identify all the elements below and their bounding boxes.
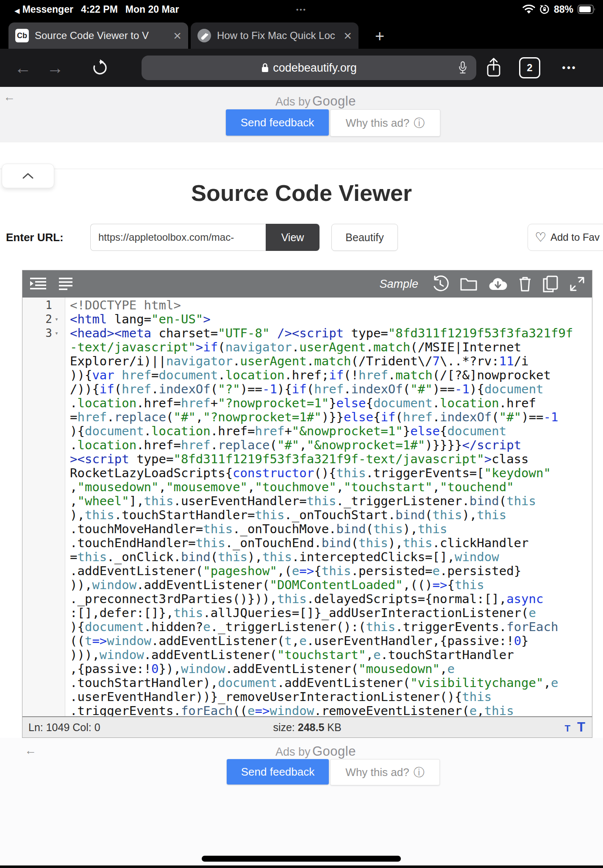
add-to-fav-button[interactable]: ♡ Add to Fav [528,224,603,251]
editor-status-bar: Ln: 1049 Col: 0 size: 248.5 KB T T [22,716,592,737]
lock-icon [261,62,269,73]
share-button[interactable] [480,49,507,87]
info-icon: ⓘ [414,765,425,780]
code-area[interactable]: 1<!DOCTYPE html>2▾<html lang="en-US">3▾<… [22,298,592,717]
url-input[interactable]: https://appletoolbox.com/mac- [90,224,266,251]
open-file-icon[interactable] [460,276,478,292]
code-row[interactable]: ){document.location.href=href+"&nowprock… [22,424,592,438]
wifi-icon [522,5,535,14]
code-row[interactable]: .location.href=href.replace("#","&nowpro… [22,438,592,452]
screen: ◀ Messenger 4:22 PM Mon 20 Mar ••• [0,0,603,868]
back-button[interactable]: ← [10,49,36,87]
code-row[interactable]: )){var href=document.location.href;if(!h… [22,368,592,382]
code-row[interactable]: .touchStartHandler),document.addEventLis… [22,676,592,690]
beautify-button[interactable]: Beautify [331,224,398,251]
send-feedback-button[interactable]: Send feedback [227,759,329,785]
fullscreen-icon[interactable] [569,276,585,292]
code-row[interactable]: .addEventListener("pageshow",(e=>{this.p… [22,564,592,578]
fold-arrow-icon[interactable]: ▾ [55,312,58,326]
browser-toolbar: ← → codebeautify.org [0,49,603,87]
rotation-lock-icon [539,4,550,14]
wrench-favicon [197,29,211,42]
microphone-icon[interactable] [458,61,468,75]
tab-how-to-fix-mac[interactable]: How to Fix Mac Quick Loc × [191,22,358,49]
multitask-dots-icon: ••• [0,0,603,19]
forward-button[interactable]: → [42,49,68,87]
code-row[interactable]: 2▾<html lang="en-US"> [22,312,592,326]
code-row[interactable]: ))),window.addEventListener("touchstart"… [22,648,592,662]
battery-icon [578,5,595,14]
code-row[interactable]: 1<!DOCTYPE html> [22,298,592,312]
ad-back-icon[interactable]: ← [3,90,15,104]
code-row[interactable]: .location.href=href+"?nowprocket=1"}else… [22,396,592,410]
code-rows: 1<!DOCTYPE html>2▾<html lang="en-US">3▾<… [22,298,592,717]
fold-arrow-icon[interactable]: ▾ [55,326,58,340]
code-row[interactable]: /)){if(href.indexOf("?")==-1){if(href.in… [22,382,592,396]
code-row[interactable]: RocketLazyLoadScripts{constructor(){this… [22,466,592,480]
home-indicator[interactable] [202,856,401,862]
google-ad-top: ← Ads by Google Send feedback Why this a… [0,87,603,142]
screen-edge [0,865,603,868]
ios-status-bar: ◀ Messenger 4:22 PM Mon 20 Mar ••• [0,0,603,19]
code-row[interactable]: =this._onClick.bind(this),this.intercept… [22,550,592,564]
close-tab-icon[interactable]: × [344,29,352,42]
line-number: 3 [22,326,52,340]
reload-button[interactable] [87,49,113,87]
safari-tab-bar: Cb Source Code Viewer to V × How to Fix … [0,19,603,49]
code-row[interactable]: 3▾<head><meta charset="UTF-8" /><script … [22,326,592,340]
tab-title: Source Code Viewer to V [35,30,167,42]
tab-title: How to Fix Mac Quick Loc [217,30,338,42]
history-icon[interactable] [432,275,449,292]
battery-percent: 88% [554,4,573,15]
code-row[interactable]: =href.replace("#","?nowprocket=1#")}}els… [22,410,592,424]
address-bar[interactable]: codebeautify.org [142,56,476,80]
code-row[interactable]: ),this.touchStartHandler=this._onTouchSt… [22,508,592,522]
codebeautify-favicon: Cb [15,29,29,42]
code-row[interactable]: ){document.hidden?e._triggerListener():(… [22,620,592,634]
code-row[interactable]: .touchMoveHandler=this._onTouchMove.bind… [22,522,592,536]
code-row[interactable]: ,{passive:!0}),window.addEventListener("… [22,662,592,676]
copy-icon[interactable] [543,275,558,292]
new-tab-button[interactable]: + [370,27,389,45]
file-size-indicator: size: 248.5 KB [22,721,592,734]
info-icon: ⓘ [414,116,425,131]
google-ad-bottom: ← Ads by Google Send feedback Why this a… [0,738,603,868]
code-row[interactable]: )),window.addEventListener("DOMContentLo… [22,578,592,592]
ads-by-google-label: Ads by Google [275,744,356,759]
more-menu-button[interactable]: ••• [553,49,586,87]
code-row[interactable]: .touchEndHandler=this._onTouchEnd.bind(t… [22,536,592,550]
code-row[interactable]: ,"mousedown","mousemove","touchmove","to… [22,480,592,494]
view-button[interactable]: View [266,224,320,251]
line-number: 1 [22,298,52,312]
download-icon[interactable] [489,277,507,291]
code-row[interactable]: :[],defer:[]},this.allJQueries=[]}_addUs… [22,606,592,620]
indent-icon[interactable] [29,277,47,291]
close-tab-icon[interactable]: × [173,29,181,42]
why-this-ad-button[interactable]: Why this ad?ⓘ [330,109,440,136]
code-row[interactable]: .triggerEvents.forEach((e=>window.remove… [22,704,592,717]
delete-icon[interactable] [518,276,532,292]
page-title: Source Code Viewer [0,180,603,206]
divider [0,169,603,169]
sample-label[interactable]: Sample [379,278,418,291]
tabs-overview-button[interactable]: 2 [516,49,543,87]
code-row[interactable]: .userEventHandler))}_removeUserInteracti… [22,690,592,704]
chevron-up-icon [22,172,34,180]
url-text: codebeautify.org [273,61,357,75]
code-row[interactable]: ><script type="8fd311f1219f53f3fa321f9f-… [22,452,592,466]
editor-toolbar: Sample [22,270,592,298]
code-row[interactable]: -text/javascript">if(navigator.userAgent… [22,340,592,354]
code-row[interactable]: Explorer/i)||navigator.userAgent.match(/… [22,354,592,368]
why-this-ad-button[interactable]: Why this ad?ⓘ [330,759,440,785]
code-row[interactable]: ((t=>window.addEventListener(t,e.userEve… [22,634,592,648]
code-row[interactable]: ._preconnect3rdParties()})),this.delayed… [22,592,592,606]
ad-back-icon[interactable]: ← [25,744,36,757]
send-feedback-button[interactable]: Send feedback [226,109,329,136]
url-form: Enter URL: https://appletoolbox.com/mac-… [0,224,603,251]
line-number: 2 [22,312,52,326]
ads-by-google-label: Ads by Google [275,94,356,109]
wrap-lines-icon[interactable] [58,277,73,291]
tab-source-code-viewer[interactable]: Cb Source Code Viewer to V × [8,22,188,49]
code-row[interactable]: ,"wheel"],this.userEventHandler=this._tr… [22,494,592,508]
code-editor: Sample [22,270,592,738]
